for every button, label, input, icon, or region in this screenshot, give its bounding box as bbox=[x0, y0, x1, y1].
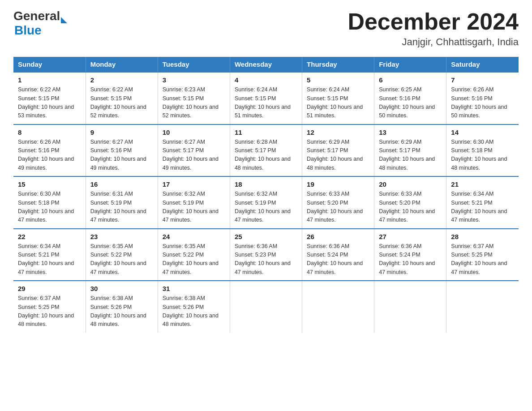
calendar-cell: 23 Sunrise: 6:35 AMSunset: 5:22 PMDaylig… bbox=[86, 229, 158, 281]
logo-triangle-icon bbox=[61, 17, 67, 23]
calendar-cell bbox=[302, 281, 374, 333]
logo-blue-text: Blue bbox=[14, 23, 67, 38]
day-number: 2 bbox=[90, 76, 153, 84]
day-info: Sunrise: 6:31 AMSunset: 5:19 PMDaylight:… bbox=[90, 190, 153, 225]
day-number: 23 bbox=[90, 233, 153, 240]
calendar-cell: 15 Sunrise: 6:30 AMSunset: 5:18 PMDaylig… bbox=[13, 176, 86, 229]
day-number: 29 bbox=[18, 285, 81, 292]
calendar-table: SundayMondayTuesdayWednesdayThursdayFrid… bbox=[13, 57, 519, 333]
day-number: 11 bbox=[235, 128, 297, 136]
calendar-cell: 31 Sunrise: 6:38 AMSunset: 5:26 PMDaylig… bbox=[158, 281, 230, 333]
day-number: 10 bbox=[163, 128, 225, 136]
calendar-cell: 28 Sunrise: 6:37 AMSunset: 5:25 PMDaylig… bbox=[446, 229, 519, 281]
day-info: Sunrise: 6:22 AMSunset: 5:15 PMDaylight:… bbox=[18, 86, 81, 120]
day-number: 30 bbox=[90, 285, 153, 292]
weekday-header-sunday: Sunday bbox=[13, 57, 86, 72]
day-number: 25 bbox=[235, 233, 297, 240]
day-number: 20 bbox=[379, 180, 442, 188]
day-info: Sunrise: 6:27 AMSunset: 5:17 PMDaylight:… bbox=[163, 138, 225, 173]
calendar-week-row: 15 Sunrise: 6:30 AMSunset: 5:18 PMDaylig… bbox=[13, 176, 519, 229]
day-info: Sunrise: 6:30 AMSunset: 5:18 PMDaylight:… bbox=[18, 190, 81, 225]
calendar-cell: 29 Sunrise: 6:37 AMSunset: 5:25 PMDaylig… bbox=[13, 281, 86, 333]
day-info: Sunrise: 6:36 AMSunset: 5:24 PMDaylight:… bbox=[379, 242, 442, 277]
day-info: Sunrise: 6:32 AMSunset: 5:19 PMDaylight:… bbox=[163, 190, 225, 225]
calendar-week-row: 29 Sunrise: 6:37 AMSunset: 5:25 PMDaylig… bbox=[13, 281, 519, 333]
day-info: Sunrise: 6:24 AMSunset: 5:15 PMDaylight:… bbox=[307, 86, 369, 120]
day-number: 28 bbox=[451, 233, 514, 240]
calendar-cell: 8 Sunrise: 6:26 AMSunset: 5:16 PMDayligh… bbox=[13, 124, 86, 177]
calendar-cell: 18 Sunrise: 6:32 AMSunset: 5:19 PMDaylig… bbox=[230, 176, 302, 229]
day-number: 1 bbox=[18, 76, 81, 84]
day-number: 27 bbox=[379, 233, 442, 240]
calendar-cell: 19 Sunrise: 6:33 AMSunset: 5:20 PMDaylig… bbox=[302, 176, 374, 229]
calendar-week-row: 8 Sunrise: 6:26 AMSunset: 5:16 PMDayligh… bbox=[13, 124, 519, 177]
logo: General Blue bbox=[13, 9, 67, 38]
day-number: 12 bbox=[307, 128, 369, 136]
day-number: 17 bbox=[163, 180, 225, 188]
day-info: Sunrise: 6:37 AMSunset: 5:25 PMDaylight:… bbox=[451, 242, 514, 277]
calendar-cell: 10 Sunrise: 6:27 AMSunset: 5:17 PMDaylig… bbox=[158, 124, 230, 177]
day-number: 26 bbox=[307, 233, 369, 240]
day-info: Sunrise: 6:26 AMSunset: 5:16 PMDaylight:… bbox=[18, 138, 81, 173]
month-title: December 2024 bbox=[348, 9, 519, 34]
day-info: Sunrise: 6:35 AMSunset: 5:22 PMDaylight:… bbox=[90, 242, 153, 277]
calendar-cell: 20 Sunrise: 6:33 AMSunset: 5:20 PMDaylig… bbox=[374, 176, 446, 229]
day-info: Sunrise: 6:33 AMSunset: 5:20 PMDaylight:… bbox=[307, 190, 369, 225]
day-info: Sunrise: 6:29 AMSunset: 5:17 PMDaylight:… bbox=[379, 138, 442, 173]
calendar-cell: 16 Sunrise: 6:31 AMSunset: 5:19 PMDaylig… bbox=[86, 176, 158, 229]
calendar-cell: 14 Sunrise: 6:30 AMSunset: 5:18 PMDaylig… bbox=[446, 124, 519, 177]
day-number: 24 bbox=[163, 233, 225, 240]
day-info: Sunrise: 6:38 AMSunset: 5:26 PMDaylight:… bbox=[163, 294, 225, 329]
calendar-cell: 13 Sunrise: 6:29 AMSunset: 5:17 PMDaylig… bbox=[374, 124, 446, 177]
page-header: General Blue December 2024 Janjgir, Chha… bbox=[13, 9, 519, 48]
calendar-cell: 7 Sunrise: 6:26 AMSunset: 5:16 PMDayligh… bbox=[446, 72, 519, 124]
calendar-cell: 17 Sunrise: 6:32 AMSunset: 5:19 PMDaylig… bbox=[158, 176, 230, 229]
day-number: 7 bbox=[451, 76, 514, 84]
day-number: 4 bbox=[235, 76, 297, 84]
calendar-cell bbox=[374, 281, 446, 333]
calendar-cell: 27 Sunrise: 6:36 AMSunset: 5:24 PMDaylig… bbox=[374, 229, 446, 281]
day-number: 13 bbox=[379, 128, 442, 136]
weekday-header-row: SundayMondayTuesdayWednesdayThursdayFrid… bbox=[13, 57, 519, 72]
calendar-cell bbox=[446, 281, 519, 333]
day-number: 31 bbox=[163, 285, 225, 292]
location-subtitle: Janjgir, Chhattisgarh, India bbox=[348, 36, 519, 48]
calendar-week-row: 22 Sunrise: 6:34 AMSunset: 5:21 PMDaylig… bbox=[13, 229, 519, 281]
day-number: 21 bbox=[451, 180, 514, 188]
weekday-header-tuesday: Tuesday bbox=[158, 57, 230, 72]
weekday-header-monday: Monday bbox=[86, 57, 158, 72]
calendar-cell: 5 Sunrise: 6:24 AMSunset: 5:15 PMDayligh… bbox=[302, 72, 374, 124]
day-info: Sunrise: 6:30 AMSunset: 5:18 PMDaylight:… bbox=[451, 138, 514, 173]
day-number: 5 bbox=[307, 76, 369, 84]
logo-general-text: General bbox=[13, 9, 60, 23]
day-info: Sunrise: 6:26 AMSunset: 5:16 PMDaylight:… bbox=[451, 86, 514, 120]
title-section: December 2024 Janjgir, Chhattisgarh, Ind… bbox=[348, 9, 519, 48]
calendar-cell: 11 Sunrise: 6:28 AMSunset: 5:17 PMDaylig… bbox=[230, 124, 302, 177]
day-info: Sunrise: 6:29 AMSunset: 5:17 PMDaylight:… bbox=[307, 138, 369, 173]
day-info: Sunrise: 6:36 AMSunset: 5:23 PMDaylight:… bbox=[235, 242, 297, 277]
day-number: 18 bbox=[235, 180, 297, 188]
day-info: Sunrise: 6:34 AMSunset: 5:21 PMDaylight:… bbox=[18, 242, 81, 277]
weekday-header-wednesday: Wednesday bbox=[230, 57, 302, 72]
day-info: Sunrise: 6:25 AMSunset: 5:16 PMDaylight:… bbox=[379, 86, 442, 120]
calendar-cell: 9 Sunrise: 6:27 AMSunset: 5:16 PMDayligh… bbox=[86, 124, 158, 177]
calendar-cell: 2 Sunrise: 6:22 AMSunset: 5:15 PMDayligh… bbox=[86, 72, 158, 124]
day-info: Sunrise: 6:36 AMSunset: 5:24 PMDaylight:… bbox=[307, 242, 369, 277]
day-number: 19 bbox=[307, 180, 369, 188]
weekday-header-saturday: Saturday bbox=[446, 57, 519, 72]
day-info: Sunrise: 6:32 AMSunset: 5:19 PMDaylight:… bbox=[235, 190, 297, 225]
day-info: Sunrise: 6:24 AMSunset: 5:15 PMDaylight:… bbox=[235, 86, 297, 120]
calendar-cell: 30 Sunrise: 6:38 AMSunset: 5:26 PMDaylig… bbox=[86, 281, 158, 333]
day-number: 16 bbox=[90, 180, 153, 188]
day-info: Sunrise: 6:23 AMSunset: 5:15 PMDaylight:… bbox=[163, 86, 225, 120]
calendar-cell: 12 Sunrise: 6:29 AMSunset: 5:17 PMDaylig… bbox=[302, 124, 374, 177]
day-info: Sunrise: 6:27 AMSunset: 5:16 PMDaylight:… bbox=[90, 138, 153, 173]
weekday-header-thursday: Thursday bbox=[302, 57, 374, 72]
day-number: 3 bbox=[163, 76, 225, 84]
calendar-cell: 3 Sunrise: 6:23 AMSunset: 5:15 PMDayligh… bbox=[158, 72, 230, 124]
day-number: 14 bbox=[451, 128, 514, 136]
calendar-cell: 4 Sunrise: 6:24 AMSunset: 5:15 PMDayligh… bbox=[230, 72, 302, 124]
day-info: Sunrise: 6:33 AMSunset: 5:20 PMDaylight:… bbox=[379, 190, 442, 225]
day-number: 8 bbox=[18, 128, 81, 136]
calendar-cell: 26 Sunrise: 6:36 AMSunset: 5:24 PMDaylig… bbox=[302, 229, 374, 281]
